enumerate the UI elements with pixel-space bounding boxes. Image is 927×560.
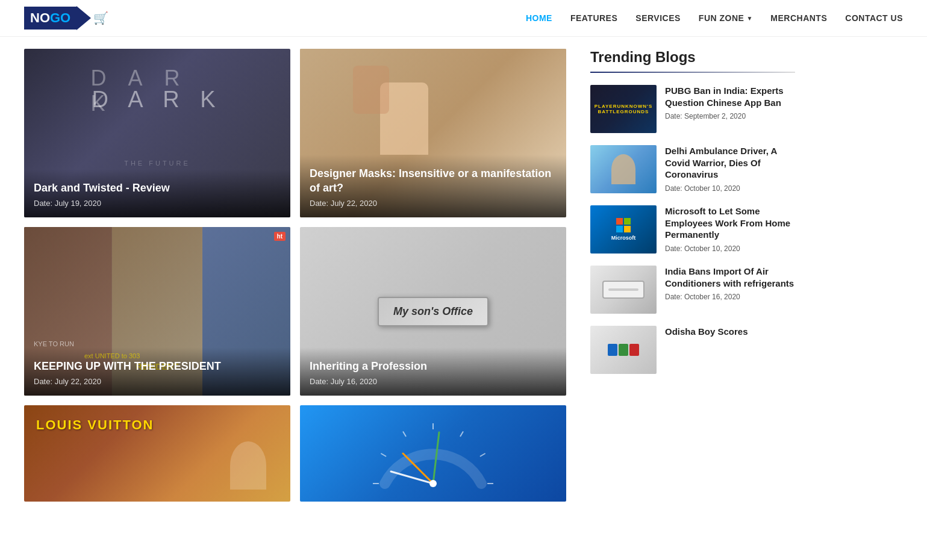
ms-logo-grid	[616, 218, 631, 232]
trending-date: Date: October 10, 2020	[665, 244, 795, 253]
article-overlay: Dark and Twisted - Review Date: July 19,…	[24, 169, 290, 217]
svg-point-10	[429, 480, 437, 487]
article-title: Dark and Twisted - Review	[34, 181, 281, 195]
article-overlay: Inheriting a Profession Date: July 16, 2…	[300, 347, 566, 396]
svg-line-5	[480, 453, 485, 456]
microsoft-bg: Microsoft	[590, 205, 657, 254]
article-title: Designer Masks: Insensitive or a manifes…	[310, 167, 557, 195]
trending-info-delhi: Delhi Ambulance Driver, A Covid Warrior,…	[665, 145, 795, 193]
ms-green	[624, 218, 631, 225]
article-grid: D A R K THE FUTURE Dark and Twisted - Re…	[24, 49, 566, 502]
article-card-gauge[interactable]	[300, 405, 566, 502]
ambulance-bg	[590, 145, 657, 193]
ms-label: Microsoft	[611, 235, 636, 241]
score-badges	[608, 344, 639, 356]
pubg-label: PLAYERUNKNOWN'SBATTLEGROUNDS	[595, 104, 653, 114]
nameplate-text: My son's Office	[393, 305, 473, 318]
trending-blog-title: Microsoft to Let Some Employees Work Fro…	[665, 205, 795, 241]
trending-info-pubg: PUBG Ban in India: Experts Question Chin…	[665, 85, 795, 133]
ear-shape	[353, 66, 389, 114]
article-date: Date: July 22, 2020	[34, 377, 281, 386]
trending-info-microsoft: Microsoft to Let Some Employees Work Fro…	[665, 205, 795, 254]
badge1	[608, 344, 617, 356]
nav-contact[interactable]: CONTACT US	[845, 13, 903, 23]
trending-title: Trending Blogs	[590, 49, 795, 66]
nav-merchants[interactable]: MERCHANTS	[770, 13, 827, 23]
trending-blog-title: Delhi Ambulance Driver, A Covid Warrior,…	[665, 145, 795, 181]
svg-line-4	[460, 431, 463, 437]
article-card-inheriting[interactable]: My son's Office Inheriting a Profession …	[300, 227, 566, 396]
pubg-bg: PLAYERUNKNOWN'SBATTLEGROUNDS	[590, 85, 657, 133]
article-card-dark-review[interactable]: D A R K THE FUTURE Dark and Twisted - Re…	[24, 49, 290, 217]
article-card-president[interactable]: ht KYE TO RUN ext UNITED to 303 RESIDENT…	[24, 227, 290, 396]
article-card-louis[interactable]: LOUIS VUITTON	[24, 405, 290, 502]
svg-line-1	[381, 453, 386, 456]
person-silhouette	[230, 441, 266, 490]
badge3	[629, 344, 639, 356]
main-content: D A R K THE FUTURE Dark and Twisted - Re…	[0, 37, 927, 514]
svg-line-2	[403, 431, 406, 437]
ms-blue	[616, 226, 623, 232]
trending-thumb-pubg: PLAYERUNKNOWN'SBATTLEGROUNDS	[590, 85, 657, 133]
card-bg-louis: LOUIS VUITTON	[24, 405, 290, 502]
trending-blog-title: India Bans Import Of Air Conditioners wi…	[665, 266, 795, 289]
article-card-designer-masks[interactable]: Designer Masks: Insensitive or a manifes…	[300, 49, 566, 217]
logo-no: NO	[30, 10, 50, 26]
logo-go: GO	[50, 10, 70, 26]
kanye-text: KYE TO RUN	[34, 340, 281, 347]
trending-date: Date: October 10, 2020	[665, 184, 795, 193]
ms-yellow	[624, 226, 631, 232]
trending-info-odisha: Odisha Boy Scores	[665, 326, 795, 374]
nameplate: My son's Office	[378, 297, 488, 326]
chevron-down-icon: ▼	[746, 15, 752, 22]
article-date: Date: July 19, 2020	[34, 199, 281, 208]
trending-item-delhi[interactable]: Delhi Ambulance Driver, A Covid Warrior,…	[590, 145, 795, 193]
trending-date: Date: October 16, 2020	[665, 293, 795, 301]
article-title: KEEPING UP WITH THE PRESIDENT	[34, 359, 281, 373]
person-shape	[611, 154, 635, 184]
trending-thumb-ac	[590, 266, 657, 314]
sidebar: Trending Blogs PLAYERUNKNOWN'SBATTLEGROU…	[566, 49, 795, 502]
trending-divider	[590, 72, 795, 73]
article-overlay: KEEPING UP WITH THE PRESIDENT Date: July…	[24, 347, 290, 396]
trending-info-ac: India Bans Import Of Air Conditioners wi…	[665, 266, 795, 314]
trending-item-ac[interactable]: India Bans Import Of Air Conditioners wi…	[590, 266, 795, 314]
trending-thumb-delhi	[590, 145, 657, 193]
logo[interactable]: NO GO 🛒	[24, 6, 108, 30]
louis-text: LOUIS VUITTON	[36, 417, 154, 433]
ac-unit	[602, 281, 645, 299]
ac-bg	[590, 266, 657, 314]
nav-funzone-dropdown[interactable]: FUN ZONE ▼	[699, 13, 752, 23]
odisha-bg	[590, 326, 657, 374]
trending-date: Date: September 2, 2020	[665, 112, 795, 120]
badge2	[619, 344, 628, 356]
dark-text-decoration: D A R K	[91, 66, 224, 116]
future-text: THE FUTURE	[24, 160, 290, 167]
article-date: Date: July 22, 2020	[310, 199, 557, 208]
trending-item-microsoft[interactable]: Microsoft Microsoft to Let Some Employee…	[590, 205, 795, 254]
nav-funzone[interactable]: FUN ZONE	[699, 13, 744, 23]
trending-blog-title: Odisha Boy Scores	[665, 326, 795, 338]
person-img	[590, 145, 657, 193]
logo-arrow	[76, 6, 91, 30]
ms-red	[616, 218, 623, 225]
article-overlay: Designer Masks: Insensitive or a manifes…	[300, 155, 566, 217]
gauge-svg	[373, 411, 493, 496]
trending-thumb-odisha	[590, 326, 657, 374]
trending-item-odisha[interactable]: Odisha Boy Scores	[590, 326, 795, 374]
ht-badge: ht	[274, 232, 286, 241]
article-title: Inheriting a Profession	[310, 359, 557, 373]
nav-services[interactable]: SERVICES	[635, 13, 681, 23]
trending-blog-title: PUBG Ban in India: Experts Question Chin…	[665, 85, 795, 108]
header: NO GO 🛒 HOME FEATURES SERVICES FUN ZONE …	[0, 0, 927, 37]
trending-thumb-microsoft: Microsoft	[590, 205, 657, 254]
article-date: Date: July 16, 2020	[310, 377, 557, 386]
trending-item-pubg[interactable]: PLAYERUNKNOWN'SBATTLEGROUNDS PUBG Ban in…	[590, 85, 795, 133]
cart-icon: 🛒	[93, 11, 108, 25]
ac-vent	[608, 288, 638, 291]
nav-home[interactable]: HOME	[526, 13, 552, 23]
navigation: HOME FEATURES SERVICES FUN ZONE ▼ MERCHA…	[526, 13, 903, 23]
card-bg-gauge	[300, 405, 566, 502]
nav-features[interactable]: FEATURES	[570, 13, 617, 23]
